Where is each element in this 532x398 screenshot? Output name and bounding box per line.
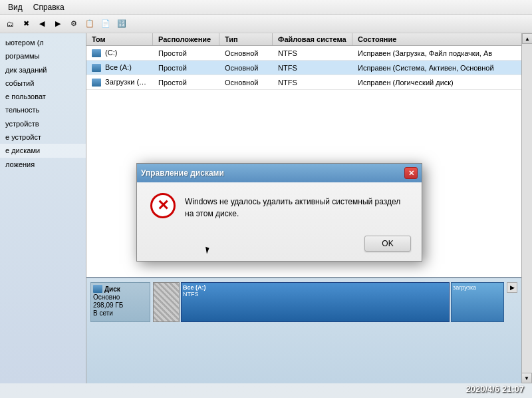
modal-footer: OK	[137, 230, 422, 261]
modal-body: ✕ Windows не удалось удалить активный си…	[137, 182, 422, 230]
error-x-symbol: ✕	[157, 197, 169, 214]
modal-overlay: Управление дисками ✕ ✕ Windows не удалос…	[0, 0, 532, 398]
modal-message: Windows не удалось удалить активный сист…	[185, 193, 408, 220]
modal-title: Управление дисками	[141, 168, 224, 178]
error-icon-wrapper: ✕	[150, 193, 176, 218]
modal-dialog: Управление дисками ✕ ✕ Windows не удалос…	[136, 163, 422, 262]
main-window: Вид Справка 🗂 ✖ ◀ ▶ ⚙ 📋 📄 🔢 ьютером (л р…	[0, 0, 532, 398]
error-icon: ✕	[150, 193, 176, 218]
modal-close-button[interactable]: ✕	[404, 167, 418, 179]
modal-titlebar: Управление дисками ✕	[137, 164, 422, 182]
ok-button[interactable]: OK	[364, 236, 411, 252]
